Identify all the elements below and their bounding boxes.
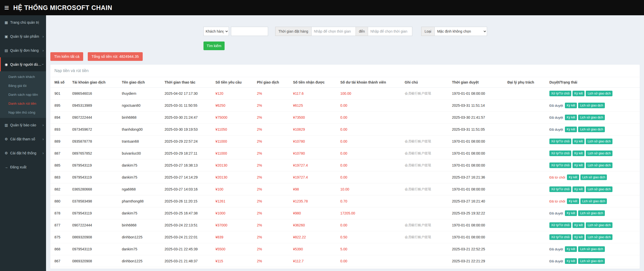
sign-button[interactable]: Ký kết [567,198,579,204]
process-reject-button[interactable]: Xử lý/Từ chối [549,151,571,156]
users-icon: ◉ [4,62,9,66]
cell-fee: 2% [255,255,291,267]
cell-fee: 2% [255,195,291,207]
sign-button[interactable]: Ký kết [565,258,577,264]
history-button[interactable]: Lịch sử giao dịch [578,258,605,264]
sign-button[interactable]: Ký kết [565,246,577,252]
cell-agent [505,207,547,219]
sidebar-item-users[interactable]: ◉Quản lý người dùng› [0,57,46,71]
time-from-input[interactable] [311,27,356,36]
table-row: 8800378583498phamthong882025-03-26 11:20… [50,195,640,207]
history-button[interactable]: Lịch sử giao dịch [578,210,605,216]
cell-id: 894 [50,112,70,124]
cell-op-time: 2025-03-30 21:24:47 [163,112,213,124]
logout-icon: → [4,165,9,169]
cell-note: 会员银行账户提现 [403,219,450,231]
total-withdraw-badge: Tổng số tiền rút: 4824944.35 [88,52,142,61]
type-select[interactable]: Mặc định không chọn [434,27,487,36]
history-button[interactable]: Lịch sử giao dịch [586,222,612,228]
cell-approve-time: 2025-03-21 22:21:29 [450,255,505,267]
process-reject-button[interactable]: Xử lý/Từ chối [549,139,571,144]
sign-button[interactable]: Ký kết [573,91,584,96]
history-button[interactable]: Lịch sử giao dịch [586,91,612,96]
cell-id: 882 [50,183,70,195]
sign-button[interactable]: Ký kết [573,234,584,240]
table-row: 8670869320908dinhbon12252025-03-21 21:48… [50,255,640,267]
history-button[interactable]: Lịch sử giao dịch [578,103,605,108]
transactions-tbody: 9010986546016thuydiem2025-04-02 17:17:30… [50,88,640,267]
sidebar-item-orders[interactable]: ▤Quản lý đơn hàng› [0,43,46,57]
sidebar-item-dashboard[interactable]: ▦Trang chủ quản trị [0,15,46,29]
col-note: Ghi chú [403,77,450,88]
time-to-input[interactable] [368,27,412,36]
sidebar-subitem-nap-tien-thu-cong[interactable]: Nạp tiền thủ công [0,108,46,117]
sidebar-item-system[interactable]: ⚙Cài đặt hệ thống› [0,146,46,160]
col-id: Mã số [50,77,70,88]
sidebar-item-reports[interactable]: ▥Quản lý báo cáo› [0,118,46,132]
sign-button[interactable]: Ký kết [565,103,577,108]
cell-agent [505,112,547,124]
history-button[interactable]: Lịch sử giao dịch [586,234,612,240]
cell-fee: 2% [255,124,291,136]
cell-received: ¥6125 [291,100,338,112]
cell-actions: Đã duyệtKý kếtLịch sử giao dịch [547,207,640,219]
sidebar-subitem-bang-gia-toi[interactable]: Bảng giá tồi [0,81,46,90]
sign-button[interactable]: Ký kết [567,174,579,180]
process-reject-button[interactable]: Xử lý/Từ chối [549,234,571,240]
sign-button[interactable]: Ký kết [573,162,584,168]
sidebar-subitem-danh-sach-nap-tien[interactable]: Danh sách nạp tiền [0,90,46,99]
cell-actions: Đã duyệtKý kếtLịch sử giao dịch [547,112,640,124]
keyword-input[interactable] [231,27,268,36]
history-button[interactable]: Lịch sử giao dịch [578,127,605,132]
history-button[interactable]: Lịch sử giao dịch [586,139,612,144]
history-button[interactable]: Lịch sử giao dịch [586,186,612,192]
customer-type-select[interactable]: Khách hàng [203,27,229,36]
process-reject-button[interactable]: Xử lý/Từ chối [549,162,571,168]
history-button[interactable]: Lịch sử giao dịch [580,174,607,180]
sidebar-subitem-danh-sach-khach[interactable]: Danh sách khách [0,72,46,81]
cell-fee: 2% [255,219,291,231]
process-reject-button[interactable]: Xử lý/Từ chối [549,186,571,192]
history-button[interactable]: Lịch sử giao dịch [586,162,612,168]
sidebar-item-label: Quản lý đơn hàng [10,48,41,52]
cell-fee: 2% [255,171,291,183]
sidebar-subitem-danh-sach-rut-tien[interactable]: Danh sách rút tiền [0,99,46,108]
orders-icon: ▤ [4,48,9,52]
hamburger-menu-icon[interactable]: ≡ [0,3,13,12]
cell-agent [505,219,547,231]
cell-note: 会员银行账户提现 [403,147,450,159]
sidebar-item-logout[interactable]: →Đăng xuất [0,160,46,174]
to-label: đến [356,27,368,36]
history-button[interactable]: Lịch sử giao dịch [580,198,607,204]
cell-approve-time: 2025-03-21 22:52:25 [450,243,505,255]
col-agent: Đại lý phụ trách [505,77,547,88]
cell-id: 875 [50,231,70,243]
process-reject-button[interactable]: Xử lý/Từ chối [549,222,571,228]
search-all-button[interactable]: Tìm kiếm tất cả [50,52,83,61]
process-reject-button[interactable]: Xử lý/Từ chối [549,91,571,96]
history-button[interactable]: Lịch sử giao dịch [586,151,612,156]
sign-button[interactable]: Ký kết [565,127,577,132]
search-button[interactable]: Tìm kiếm [203,42,225,50]
sign-button[interactable]: Ký kết [573,222,584,228]
history-button[interactable]: Lịch sử giao dịch [578,115,605,120]
history-button[interactable]: Lịch sử giao dịch [578,246,605,252]
sign-button[interactable]: Ký kết [573,186,584,192]
cell-received: ¥5390 [291,243,338,255]
cell-approve-time: 2025-03-25 19:32:22 [450,207,505,219]
sidebar-item-products[interactable]: ▣Quản lý sản phẩm› [0,29,46,43]
sign-button[interactable]: Ký kết [573,139,584,144]
cell-amount: ¥20130 [213,171,255,183]
cell-agent [505,88,547,100]
sign-button[interactable]: Ký kết [573,151,584,156]
cell-balance: 0.00 [338,124,403,136]
cell-account: 0986546016 [70,88,120,100]
sign-button[interactable]: Ký kết [565,210,577,216]
cell-note: 会员银行账户提现 [403,231,450,243]
sign-button[interactable]: Ký kết [565,115,577,120]
sidebar-item-params[interactable]: ⚙Cài đặt tham số› [0,132,46,146]
cell-approve-time: 1970-01-01 08:00:00 [450,147,505,159]
cell-approve-time: 1970-01-01 08:00:00 [450,231,505,243]
cell-actions: Đã duyệtKý kếtLịch sử giao dịch [547,124,640,136]
cell-name: trantuan68 [120,136,163,147]
